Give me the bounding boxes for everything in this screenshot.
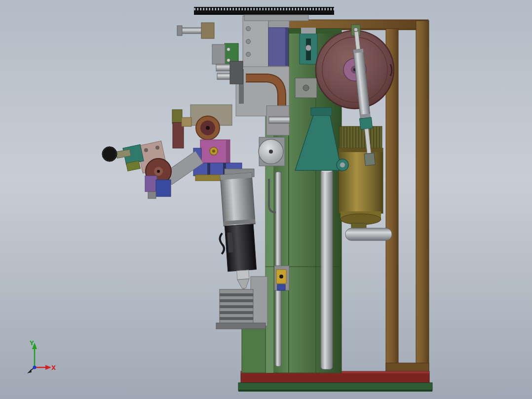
y-axis-label: Y (29, 340, 34, 347)
small-blue-block (156, 180, 171, 197)
cad-viewport[interactable]: Y X (0, 0, 532, 399)
motor-body (339, 148, 383, 213)
triad-origin-dot (33, 366, 37, 369)
base-green-plate (238, 383, 432, 391)
purple-block (145, 176, 157, 192)
actuator-barrel (220, 173, 255, 226)
x-axis-label: X (51, 364, 56, 371)
cylinder-clevis (364, 153, 375, 166)
bolt-icon (305, 45, 311, 51)
sensor-lens-icon (279, 275, 283, 279)
motor-fins (340, 126, 382, 149)
frame-outer-column (416, 21, 429, 374)
motor-elbow-pipe (345, 228, 392, 240)
photo-sensor (274, 266, 289, 290)
guide-rod-large (321, 169, 333, 369)
